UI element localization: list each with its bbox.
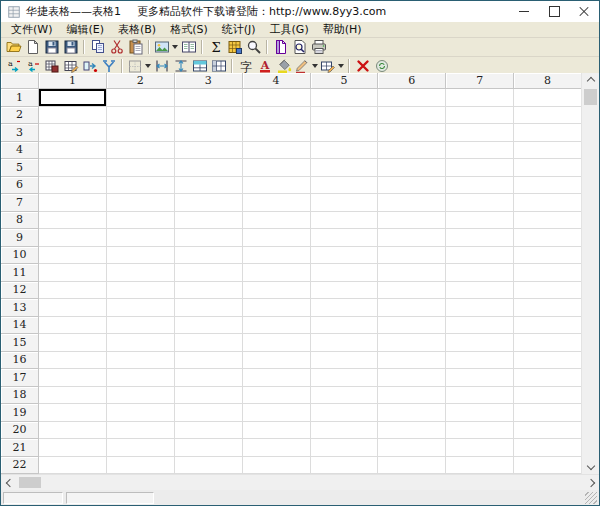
grid-cell[interactable] — [107, 177, 175, 195]
grid-cell[interactable] — [175, 177, 243, 195]
grid-cell[interactable] — [311, 282, 379, 300]
grid-cell[interactable] — [514, 124, 582, 142]
grid-cell[interactable] — [175, 212, 243, 230]
grid-cell[interactable] — [39, 387, 107, 405]
grid-cell[interactable] — [378, 334, 446, 352]
grid-cell[interactable] — [243, 142, 311, 160]
grid-cell[interactable] — [514, 89, 582, 107]
grid-cell[interactable] — [107, 229, 175, 247]
row-header[interactable]: 19 — [1, 404, 39, 422]
grid-cell[interactable] — [107, 107, 175, 125]
grid-cell[interactable] — [311, 212, 379, 230]
table-style-button[interactable] — [319, 58, 345, 75]
row-header[interactable]: 6 — [1, 177, 39, 195]
grid-cell[interactable] — [175, 282, 243, 300]
grid-cell[interactable] — [446, 247, 514, 265]
column-header[interactable]: 8 — [514, 73, 582, 89]
grid-cell[interactable] — [175, 107, 243, 125]
grid-cell[interactable] — [107, 439, 175, 457]
grid-cell[interactable] — [514, 142, 582, 160]
grid-cell[interactable] — [311, 107, 379, 125]
grid-cell[interactable] — [378, 369, 446, 387]
grid-cell[interactable] — [243, 387, 311, 405]
grid-cell[interactable] — [39, 282, 107, 300]
grid-cell[interactable] — [311, 352, 379, 370]
table-properties-button[interactable] — [209, 58, 228, 75]
split-cells-button[interactable] — [99, 58, 118, 75]
grid-cell[interactable] — [378, 317, 446, 335]
menu-file[interactable]: 文件(W) — [4, 22, 59, 37]
grid-cell[interactable] — [243, 299, 311, 317]
grid-cell[interactable] — [243, 124, 311, 142]
grid-cell[interactable] — [311, 142, 379, 160]
grid-cell[interactable] — [39, 457, 107, 475]
grid-cell[interactable] — [39, 124, 107, 142]
grid-cell[interactable] — [311, 299, 379, 317]
maximize-button[interactable] — [539, 1, 569, 22]
grid-cell[interactable] — [39, 107, 107, 125]
grid-cell[interactable] — [378, 107, 446, 125]
grid-cell[interactable] — [243, 247, 311, 265]
grid-cell[interactable] — [311, 317, 379, 335]
grid-cell[interactable] — [311, 229, 379, 247]
grid-cell[interactable] — [175, 404, 243, 422]
horizontal-scroll-thumb[interactable] — [19, 477, 41, 488]
grid-cell[interactable] — [175, 194, 243, 212]
grid-cell[interactable] — [311, 439, 379, 457]
menu-statistics[interactable]: 统计(J) — [215, 22, 263, 37]
grid-cell[interactable] — [311, 177, 379, 195]
vertical-scrollbar[interactable] — [581, 73, 599, 474]
grid-cell[interactable] — [39, 177, 107, 195]
font-button[interactable]: 字 — [236, 58, 255, 75]
fill-color-button[interactable] — [274, 58, 293, 75]
grid-cell[interactable] — [175, 334, 243, 352]
grid-cell[interactable] — [378, 457, 446, 475]
grid-cell[interactable] — [514, 387, 582, 405]
copy-button[interactable] — [88, 39, 107, 56]
grid-cell[interactable] — [378, 229, 446, 247]
grid-cell[interactable] — [175, 264, 243, 282]
grid-cell[interactable] — [107, 89, 175, 107]
grid-cell[interactable] — [243, 422, 311, 440]
grid-cell[interactable] — [514, 264, 582, 282]
insert-cells-right-button[interactable]: a — [23, 58, 42, 75]
grid-cell[interactable] — [514, 247, 582, 265]
grid-cell[interactable] — [378, 247, 446, 265]
grid-cell[interactable] — [514, 194, 582, 212]
grid-cell[interactable] — [243, 177, 311, 195]
grid-cell[interactable] — [514, 369, 582, 387]
grid-cell[interactable] — [39, 369, 107, 387]
grid-cell[interactable] — [446, 422, 514, 440]
grid-cell[interactable] — [175, 299, 243, 317]
grid-cell[interactable] — [378, 422, 446, 440]
move-cells-button[interactable] — [80, 58, 99, 75]
row-header[interactable]: 15 — [1, 334, 39, 352]
menu-help[interactable]: 帮助(H) — [316, 22, 369, 37]
grid-cell[interactable] — [446, 369, 514, 387]
grid-cell[interactable] — [446, 439, 514, 457]
scroll-up-button[interactable] — [582, 73, 599, 89]
grid-cell[interactable] — [243, 369, 311, 387]
scroll-left-button[interactable] — [1, 475, 18, 491]
grid-cell[interactable] — [107, 264, 175, 282]
grid-cell[interactable] — [311, 369, 379, 387]
menu-format[interactable]: 格式(S) — [163, 22, 215, 37]
minimize-button[interactable] — [509, 1, 539, 22]
scroll-down-button[interactable] — [582, 458, 599, 474]
grid-cell[interactable] — [175, 159, 243, 177]
grid-cell[interactable] — [446, 89, 514, 107]
statistics-table-button[interactable] — [225, 39, 244, 56]
grid-cell[interactable] — [378, 299, 446, 317]
view-pages-button[interactable] — [179, 39, 198, 56]
grid-cell[interactable] — [39, 317, 107, 335]
grid-cell[interactable] — [446, 194, 514, 212]
grid-cell[interactable] — [243, 89, 311, 107]
grid-cell[interactable] — [446, 334, 514, 352]
menu-edit[interactable]: 编辑(E) — [59, 22, 111, 37]
grid-cell[interactable] — [311, 194, 379, 212]
row-header[interactable]: 18 — [1, 387, 39, 405]
grid-cell[interactable] — [175, 142, 243, 160]
menu-table[interactable]: 表格(B) — [111, 22, 163, 37]
save-button[interactable] — [42, 39, 61, 56]
grid-cell[interactable] — [39, 422, 107, 440]
